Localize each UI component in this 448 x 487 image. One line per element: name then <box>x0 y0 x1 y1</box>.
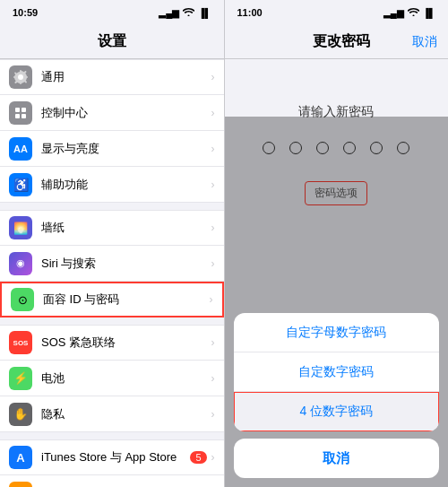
sos-chevron: › <box>211 336 215 349</box>
privacy-chevron: › <box>211 408 215 421</box>
status-icons-right: ▂▄▆ ▐▌ <box>383 7 435 18</box>
control-chevron: › <box>211 107 215 119</box>
privacy-icon: ✋ <box>9 403 32 426</box>
privacy-label: 隐私 <box>41 406 211 422</box>
faceid-chevron: › <box>210 293 213 306</box>
appstore-label: iTunes Store 与 App Store <box>41 449 190 465</box>
signal-icon-right: ▂▄▆ <box>383 8 404 18</box>
left-title: 设置 <box>98 32 126 51</box>
signal-icon: ▂▄▆ <box>159 8 179 18</box>
settings-item-sos[interactable]: SOS SOS 紧急联络 › <box>0 325 224 361</box>
siri-label: Siri 与搜索 <box>41 256 211 272</box>
general-icon <box>9 65 32 89</box>
settings-item-accessibility[interactable]: ♿ 辅助功能 › <box>0 167 224 203</box>
wallet-icon: 👛 <box>9 482 32 488</box>
battery-icon: ▐▌ <box>198 8 211 18</box>
general-chevron: › <box>211 71 215 83</box>
dropdown-cancel-button[interactable]: 取消 <box>234 439 440 478</box>
settings-item-general[interactable]: 通用 › <box>0 59 224 95</box>
settings-item-privacy[interactable]: ✋ 隐私 › <box>0 396 224 432</box>
right-panel: 11:00 ▂▄▆ ▐▌ 更改密码 取消 请输入新密码 <box>225 0 449 487</box>
status-bar-left: 10:59 ▂▄▆ ▐▌ <box>0 0 224 25</box>
svg-rect-3 <box>15 114 20 118</box>
left-panel: 10:59 ▂▄▆ ▐▌ 设置 通用 › <box>0 0 224 487</box>
faceid-icon: ⊙ <box>11 288 34 311</box>
settings-group-2: 🌅 墙纸 › ◉ Siri 与搜索 › ⊙ 面容 ID 与密码 › <box>0 210 224 317</box>
settings-item-wallpaper[interactable]: 🌅 墙纸 › <box>0 210 224 246</box>
settings-item-appstore[interactable]: A iTunes Store 与 App Store 5 › <box>0 439 224 475</box>
wifi-icon <box>183 7 194 18</box>
wallpaper-icon: 🌅 <box>9 216 32 239</box>
time-left: 10:59 <box>13 7 38 18</box>
svg-rect-1 <box>15 108 20 112</box>
battery-icon-right: ▐▌ <box>423 8 435 18</box>
display-label: 显示与亮度 <box>41 141 211 157</box>
settings-item-battery[interactable]: ⚡ 电池 › <box>0 361 224 396</box>
settings-group-3: SOS SOS 紧急联络 › ⚡ 电池 › ✋ 隐私 › <box>0 325 224 432</box>
settings-item-control[interactable]: 控制中心 › <box>0 95 224 131</box>
accessibility-icon: ♿ <box>9 173 32 196</box>
battery-label: 电池 <box>41 370 211 387</box>
dropdown-menu: 自定字母数字密码 自定数字密码 4 位数字密码 取消 <box>225 313 449 487</box>
top-cancel-button[interactable]: 取消 <box>412 34 437 50</box>
appstore-badge: 5 <box>190 451 206 464</box>
siri-chevron: › <box>211 257 215 270</box>
faceid-label: 面容 ID 与密码 <box>43 291 210 308</box>
svg-rect-4 <box>22 114 26 118</box>
settings-item-siri[interactable]: ◉ Siri 与搜索 › <box>0 246 224 282</box>
control-label: 控制中心 <box>41 105 211 121</box>
settings-item-display[interactable]: AA 显示与亮度 › <box>0 131 224 167</box>
appstore-chevron: › <box>211 451 215 464</box>
svg-rect-2 <box>22 108 26 112</box>
appstore-icon: A <box>9 446 32 469</box>
dropdown-item-numeric-4[interactable]: 4 位数字密码 <box>234 392 440 431</box>
right-nav-bar: 更改密码 取消 <box>225 25 449 59</box>
wallpaper-chevron: › <box>211 222 215 234</box>
display-icon: AA <box>9 137 32 161</box>
dropdown-item-numeric-custom[interactable]: 自定数字密码 <box>234 352 440 392</box>
battery-icon-item: ⚡ <box>9 367 32 390</box>
control-icon <box>9 101 32 125</box>
settings-list: 通用 › 控制中心 › AA 显示与亮度 › ♿ 辅助功能 › <box>0 59 224 487</box>
dropdown-item-alphanumeric[interactable]: 自定字母数字密码 <box>234 313 440 352</box>
right-title: 更改密码 <box>313 32 370 51</box>
time-right: 11:00 <box>237 7 263 18</box>
accessibility-label: 辅助功能 <box>41 177 211 193</box>
wifi-icon-right <box>408 7 419 18</box>
status-icons-left: ▂▄▆ ▐▌ <box>159 7 211 18</box>
battery-chevron: › <box>211 372 215 385</box>
dropdown-items: 自定字母数字密码 自定数字密码 4 位数字密码 <box>234 313 440 431</box>
left-nav-bar: 设置 <box>0 25 224 59</box>
accessibility-chevron: › <box>211 178 215 191</box>
siri-icon: ◉ <box>9 252 32 275</box>
sos-label: SOS 紧急联络 <box>41 335 211 351</box>
wallpaper-label: 墙纸 <box>41 220 211 236</box>
general-label: 通用 <box>41 69 211 85</box>
settings-group-1: 通用 › 控制中心 › AA 显示与亮度 › ♿ 辅助功能 › <box>0 59 224 203</box>
settings-group-4: A iTunes Store 与 App Store 5 › 👛 钱包与 App… <box>0 439 224 487</box>
settings-item-faceid[interactable]: ⊙ 面容 ID 与密码 › <box>0 282 224 317</box>
sos-icon: SOS <box>9 331 32 354</box>
settings-item-wallet[interactable]: 👛 钱包与 Apple Pay › <box>0 475 224 487</box>
display-chevron: › <box>211 143 215 155</box>
status-bar-right: 11:00 ▂▄▆ ▐▌ <box>225 0 449 25</box>
